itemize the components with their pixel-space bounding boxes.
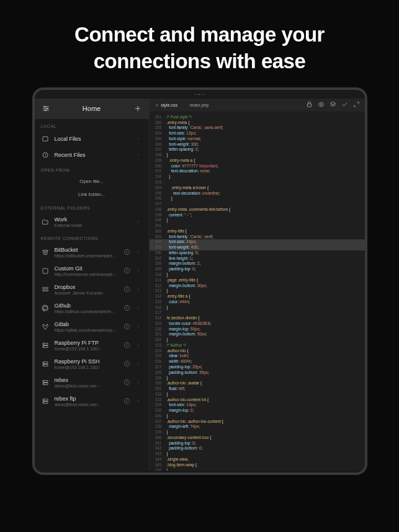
code-line[interactable]: 309 padding-top: 0; — [150, 267, 365, 272]
code-line[interactable]: 334 font-size: 14px; — [150, 402, 365, 408]
remote-item-rebex[interactable]: rebex demo@test.rebex.net:~ › — [35, 373, 149, 392]
code-line[interactable]: 341 padding-top: 0; — [150, 441, 365, 446]
info-icon[interactable] — [123, 304, 132, 313]
code-line[interactable]: 303 font-family: 'Cardo', serif; — [150, 234, 365, 240]
code-line[interactable]: 325 clear: both; — [150, 353, 365, 359]
code-line[interactable]: 294 .entry-meta a:hover { — [150, 185, 365, 191]
info-icon[interactable] — [123, 360, 132, 368]
code-line[interactable]: 292 } — [150, 174, 365, 180]
code-line[interactable]: 339} — [150, 430, 365, 435]
code-line[interactable]: 319 border-color: #E8E8E8; — [150, 321, 365, 327]
expand-icon[interactable] — [353, 99, 360, 110]
code-line[interactable]: 307 line-height: 1; — [150, 256, 365, 262]
code-line[interactable]: 290 color: #777777 !important; — [150, 164, 365, 169]
code-line[interactable]: 286 font-weight: 300; — [150, 142, 365, 148]
code-line[interactable]: 321 margin-bottom: 50px; — [150, 332, 365, 337]
code-line[interactable]: 320 margin-top: 50px; — [150, 327, 365, 332]
code-line[interactable]: 343} — [150, 451, 365, 457]
code-line[interactable]: 299 content: " - "; — [150, 213, 365, 218]
code-line[interactable]: 288} — [150, 153, 365, 158]
settings-icon[interactable] — [41, 104, 51, 113]
remote-item-gitlab[interactable]: Gitlab https://gitlab.com/example/repo.g… — [35, 317, 149, 336]
code-line[interactable]: 308 margin-bottom: 2; — [150, 261, 365, 267]
code-line[interactable]: 335 margin-top: 0; — [150, 408, 365, 414]
remote-item-raspberry-pi-ssh[interactable]: Raspberry Pi SSH home@192.168.1.100:/ › — [35, 355, 149, 373]
code-line[interactable]: 332} — [150, 392, 365, 397]
code-line[interactable]: 331 float: left; — [150, 386, 365, 392]
code-line[interactable]: 295 text-decoration: underline; — [150, 191, 365, 197]
code-line[interactable]: 287 letter-spacing: 2; — [150, 147, 365, 153]
code-line[interactable]: 342 padding-bottom: 0; — [150, 446, 365, 451]
code-line[interactable]: 281/* Post style */ — [150, 115, 365, 120]
code-editor[interactable]: 281/* Post style */282.entry-meta {283 f… — [150, 112, 365, 471]
code-line[interactable]: 306 letter-spacing: 0; — [150, 250, 365, 256]
code-line[interactable]: 282.entry-meta { — [150, 120, 365, 126]
code-line[interactable]: 329} — [150, 376, 365, 381]
code-line[interactable]: 315 color: #444; — [150, 299, 365, 305]
code-line[interactable]: 336} — [150, 414, 365, 419]
remote-item-bitbucket[interactable]: BitBucket https://bitbucket.org/example/… — [35, 243, 149, 262]
remote-item-github[interactable]: Github https://github.com/example/repo.g… — [35, 299, 149, 317]
code-line[interactable]: 293 — [150, 180, 365, 185]
code-line[interactable]: 310} — [150, 272, 365, 278]
code-line[interactable]: 328 padding-bottom: 35px; — [150, 370, 365, 376]
code-line[interactable]: 283 font-family: 'Cardo', sans-serif; — [150, 125, 365, 131]
recent-files-item[interactable]: Recent Files › — [35, 147, 149, 163]
info-icon[interactable] — [123, 322, 132, 331]
share-icon[interactable] — [306, 99, 313, 110]
code-line[interactable]: 340.secondary-content-box { — [150, 435, 365, 441]
layers-icon[interactable] — [330, 99, 336, 110]
external-folder-item[interactable]: Work External folder › — [35, 213, 149, 231]
code-line[interactable]: 297 — [150, 202, 365, 207]
code-line[interactable]: 333.author-bio-content h4 { — [150, 397, 365, 403]
code-line[interactable]: 296 } — [150, 196, 365, 202]
code-line[interactable]: 318hr.section-divider { — [150, 316, 365, 321]
close-icon[interactable]: × — [156, 102, 159, 108]
open-file-action[interactable]: Open file... — [35, 175, 149, 188]
code-line[interactable]: 326 width: 400%; — [150, 359, 365, 365]
info-icon[interactable] — [123, 267, 132, 275]
code-line[interactable]: 284 font-size: 12px; — [150, 131, 365, 136]
remote-item-dropbox[interactable]: Dropbox Account: James Kuronen › — [35, 280, 149, 299]
code-line[interactable]: 300} — [150, 218, 365, 223]
remote-item-rebex-ftp[interactable]: rebex ftp demo@test.rebex.net:/ › — [35, 392, 149, 410]
code-line[interactable]: 301 — [150, 223, 365, 229]
code-line[interactable]: 323/* Author */ — [150, 343, 365, 348]
info-icon[interactable] — [123, 248, 132, 257]
code-line[interactable]: 285 font-style: normal; — [150, 136, 365, 142]
info-icon[interactable] — [123, 378, 132, 387]
code-line[interactable]: 313} — [150, 288, 365, 294]
code-line[interactable]: 289 .entry-meta a { — [150, 158, 365, 164]
info-icon[interactable] — [123, 341, 132, 350]
code-line[interactable]: 316} — [150, 305, 365, 311]
code-line[interactable]: 312 margin-bottom: 30px; — [150, 283, 365, 289]
info-icon[interactable] — [123, 397, 132, 406]
code-line[interactable]: 346} — [150, 468, 365, 471]
remote-item-custom-git[interactable]: Custom Git http://homeserver.net/example… — [35, 262, 149, 280]
code-line[interactable]: 305 font-weight: 400; — [150, 245, 365, 250]
code-line[interactable]: 330.author-bio .avatar { — [150, 381, 365, 386]
link-folder-action[interactable]: Link folder... — [35, 188, 149, 201]
tab-index-php[interactable]: index.php — [184, 99, 215, 112]
code-line[interactable]: 291 text-decoration: none; — [150, 169, 365, 174]
code-line[interactable]: 327 padding-top: 35px; — [150, 365, 365, 370]
code-line[interactable]: 322} — [150, 337, 365, 343]
code-line[interactable]: 304 font-size: 24px; — [150, 239, 365, 245]
code-line[interactable]: 311.page .entry-title { — [150, 278, 365, 283]
remote-item-raspberry-pi-ftp[interactable]: Raspberry Pi FTP home@192.168.1.100:/ › — [35, 336, 149, 355]
check-icon[interactable] — [341, 99, 348, 110]
info-icon[interactable] — [123, 285, 132, 294]
code-line[interactable]: 324.author-bio { — [150, 348, 365, 354]
code-line[interactable]: 317 — [150, 310, 365, 316]
add-icon[interactable] — [133, 104, 143, 113]
code-line[interactable]: 345.blog-item-wrap { — [150, 463, 365, 468]
code-line[interactable]: 302.entry-title { — [150, 229, 365, 234]
code-line[interactable]: 338 margin-left: 74px; — [150, 424, 365, 430]
tab-style-css[interactable]: × style.css — [150, 99, 184, 112]
eye-icon[interactable] — [318, 99, 325, 110]
code-line[interactable]: 298.entry-meta .comments-link:before { — [150, 207, 365, 213]
local-files-item[interactable]: Local Files › — [35, 131, 149, 147]
code-line[interactable]: 337.author-bio .author-bio-content { — [150, 419, 365, 425]
code-line[interactable]: 344.single-view, — [150, 457, 365, 463]
code-line[interactable]: 314.entry-title a { — [150, 294, 365, 299]
